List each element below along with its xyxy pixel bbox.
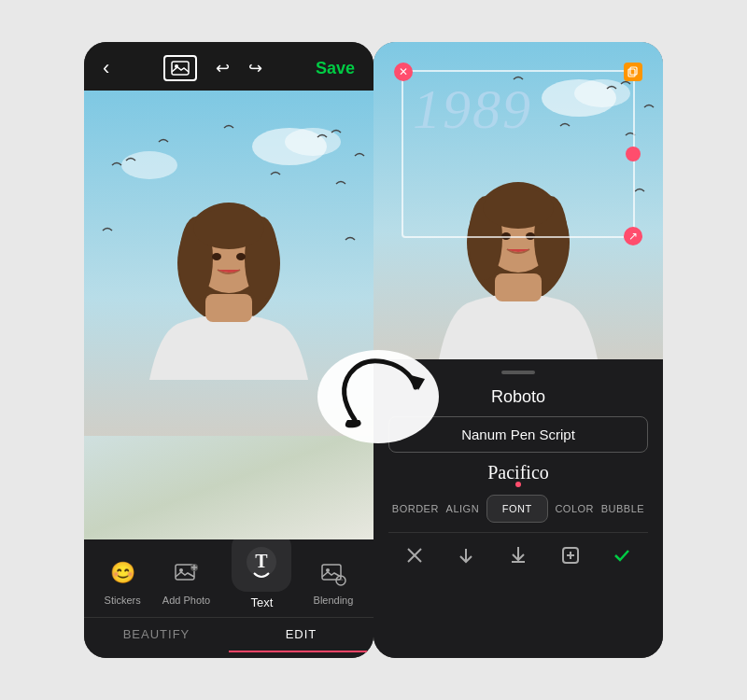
bubble-action[interactable]: BUBBLE: [601, 503, 644, 514]
add-photo-label: Add Photo: [162, 595, 210, 606]
svg-rect-0: [172, 62, 189, 75]
svg-rect-36: [495, 273, 542, 301]
left-header: ‹ ↩ ↪ Save: [84, 42, 374, 91]
confirm-button[interactable]: [607, 540, 637, 570]
text-tool[interactable]: T Text: [232, 551, 291, 609]
svg-point-11: [212, 253, 221, 260]
copy-handle[interactable]: [624, 63, 642, 81]
text-icon: T: [232, 532, 291, 592]
side-handle[interactable]: [626, 147, 641, 161]
right-photo-background: ✕ ↗ 1989: [374, 42, 663, 359]
save-button[interactable]: Save: [316, 59, 355, 78]
add-photo-icon: [169, 555, 204, 591]
redo-button[interactable]: ↪: [248, 58, 262, 78]
svg-point-5: [121, 151, 177, 179]
left-toolbar: 😊 Stickers: [84, 539, 374, 658]
right-font-panel: Roboto Nanum Pen Script Pacifico BORDER …: [374, 359, 663, 658]
right-photo-area: ✕ ↗ 1989: [374, 42, 663, 359]
main-container: ‹ ↩ ↪ Save: [0, 0, 747, 700]
font-action[interactable]: FONT: [486, 495, 548, 523]
svg-point-12: [236, 253, 246, 260]
text-selection-box[interactable]: ✕ ↗ 1989: [402, 70, 635, 238]
bottom-controls: [388, 532, 648, 570]
back-button[interactable]: ‹: [103, 56, 109, 80]
font-option-nanum[interactable]: Nanum Pen Script: [388, 416, 648, 453]
svg-text:T: T: [256, 551, 269, 571]
stickers-label: Stickers: [105, 595, 141, 606]
svg-rect-13: [205, 294, 252, 322]
stickers-icon: 😊: [105, 555, 140, 591]
right-panel: ✕ ↗ 1989 Roboto Nanum Pen Script: [374, 42, 663, 658]
move-down-button[interactable]: [451, 540, 481, 570]
resize-handle[interactable]: ↗: [624, 227, 642, 245]
svg-point-10: [193, 208, 264, 249]
drag-handle[interactable]: [501, 371, 535, 374]
toolbar-items: 😊 Stickers: [84, 551, 374, 609]
text-label: Text: [250, 595, 273, 609]
svg-rect-37: [628, 69, 635, 77]
border-action[interactable]: BORDER: [392, 503, 439, 514]
overlay-text: 1989: [413, 81, 532, 137]
left-photo-area: [84, 91, 374, 539]
color-action[interactable]: COLOR: [555, 503, 594, 514]
selected-indicator: [515, 482, 521, 487]
move-down2-button[interactable]: [503, 540, 533, 570]
photo-background: [84, 91, 374, 539]
cancel-button[interactable]: [400, 540, 430, 570]
close-handle[interactable]: ✕: [394, 63, 413, 81]
align-action[interactable]: ALIGN: [446, 503, 480, 514]
font-name-display: Roboto: [388, 387, 648, 407]
header-center: ↩ ↪: [163, 55, 262, 81]
blending-tool[interactable]: Blending: [314, 555, 354, 606]
tab-edit[interactable]: EDIT: [229, 618, 374, 652]
image-icon[interactable]: [163, 55, 197, 81]
font-action-row: BORDER ALIGN FONT COLOR BUBBLE: [388, 495, 648, 523]
bottom-tabs: BEAUTIFY EDIT: [84, 617, 374, 652]
stickers-tool[interactable]: 😊 Stickers: [105, 555, 141, 606]
blending-label: Blending: [314, 595, 354, 606]
add-photo-tool[interactable]: Add Photo: [162, 555, 210, 606]
font-pacifico[interactable]: Pacifico: [388, 462, 648, 483]
left-panel: ‹ ↩ ↪ Save: [84, 42, 374, 658]
tab-beautify[interactable]: BEAUTIFY: [84, 618, 229, 652]
add-button[interactable]: [556, 540, 585, 570]
blending-icon: [316, 555, 351, 591]
undo-button[interactable]: ↩: [216, 58, 230, 78]
svg-rect-38: [630, 67, 637, 75]
